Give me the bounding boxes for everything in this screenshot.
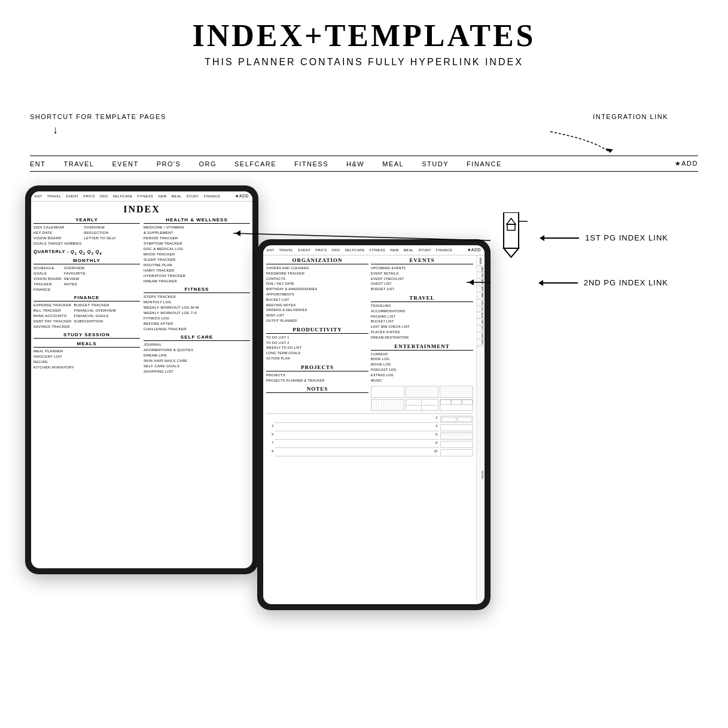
- thumb-4: [371, 399, 404, 411]
- subtitle: THIS PLANNER CONTAINS FULLY HYPERLINK IN…: [0, 57, 728, 68]
- fitness-section: FITNESS STEPS TRACKER MONTHLY LOG WEEKLY…: [144, 287, 250, 332]
- quarterly-section: QUARTERLY - Q1 Q2 Q3 Q4: [33, 249, 140, 255]
- svg-marker-5: [605, 148, 613, 153]
- thumb-5: [406, 399, 439, 411]
- shortcut-label: SHORTCUT FOR TEMPLATE PAGES ↓: [30, 111, 166, 136]
- notes-section-header: NOTES: [266, 386, 368, 393]
- arrow-down-icon: ↓: [53, 124, 166, 136]
- productivity-section: PRODUCTIVITY TO DO LIST 1 TO DO LIST 2 W…: [266, 327, 368, 361]
- thumb-2: [406, 386, 439, 398]
- finance-section: FINANCE EXPENSE TRACKER BILL TRACKER BAN…: [33, 295, 140, 330]
- index-link-1: 1ST PG INDEX LINK: [543, 233, 668, 242]
- integration-label: INTEGRATION LINK: [593, 111, 668, 121]
- nav-finance[interactable]: FINANCE: [467, 160, 502, 167]
- study-section: STUDY SESSION: [33, 332, 140, 339]
- nav-hw[interactable]: H&W: [346, 160, 364, 167]
- svg-rect-3: [507, 224, 515, 230]
- nav-travel[interactable]: TRAVEL: [64, 160, 95, 167]
- nav-ent[interactable]: ENT: [30, 160, 46, 167]
- nav-selfcare[interactable]: SELFCARE: [234, 160, 276, 167]
- selfcare-section: SELF CARE JOURNAL AFFIRMATIONS & QUOTES …: [144, 334, 250, 374]
- notes-rows: 2 3 4 5 6 7 8 9: [266, 413, 473, 456]
- tablet-right: ENT TRAVEL EVENT PRO'S ORG SELFCARE FITN…: [257, 239, 491, 610]
- nav-org[interactable]: ORG: [199, 160, 217, 167]
- org-section: ORGANIZATION CHORES AND CLEANING PASSWOR…: [266, 257, 368, 324]
- tablet-right-screen: ENT TRAVEL EVENT PRO'S ORG SELFCARE FITN…: [263, 245, 485, 604]
- entertainment-section: ENTERTAINMENT CURRENT BOOK LOG MOVIE LOG…: [371, 343, 473, 383]
- nav-bar: ENT TRAVEL EVENT PRO'S ORG SELFCARE FITN…: [30, 156, 698, 172]
- index-link-2: 2ND PG INDEX LINK: [542, 278, 668, 287]
- nav-pros[interactable]: PRO'S: [157, 160, 181, 167]
- thumb-3: [440, 386, 473, 398]
- right-sidebar: 2025 JAN FEB MAR APR MAY JUN JUL AUG SEP…: [476, 255, 485, 604]
- main-title: INDEX+TEMPLATES: [0, 18, 728, 53]
- health-section: HEALTH & WELLNESS MEDICINE / VITAMINS & …: [144, 217, 250, 284]
- index-title: INDEX: [31, 204, 252, 215]
- header: INDEX+TEMPLATES THIS PLANNER CONTAINS FU…: [0, 0, 728, 68]
- tablet-right-nav: ENT TRAVEL EVENT PRO'S ORG SELFCARE FITN…: [263, 245, 485, 255]
- yearly-section: YEARLY 2025 CALENDAR KEY DATE VISION BOA…: [33, 217, 140, 246]
- thumb-6: [440, 399, 473, 411]
- house-icon: [495, 212, 528, 263]
- nav-study[interactable]: STUDY: [422, 160, 449, 167]
- projects-section: PROJECTS PROJECTS PROJECTS PLANNER & TRA…: [266, 364, 368, 383]
- nav-event[interactable]: EVENT: [112, 160, 138, 167]
- meals-section: MEALS MEAL PLANNER GROCERY LIST RECIPE K…: [33, 341, 140, 370]
- travel-section: TRAVEL TRAVELING ACCOMMODATIONS PACKING …: [371, 295, 473, 340]
- events-section: EVENTS UPCOMING EVENTS EVENT DETAILS EVE…: [371, 257, 473, 292]
- tablet-left-nav: ENT TRAVEL EVENT PRO'S ORG SELFCARE FITN…: [31, 191, 252, 202]
- tablet-left: ENT TRAVEL EVENT PRO'S ORG SELFCARE FITN…: [25, 185, 258, 574]
- nav-meal[interactable]: MEAL: [382, 160, 404, 167]
- nav-add[interactable]: ★ADD: [675, 160, 698, 167]
- monthly-section: MONTHLY SCHEDULE GOALS VISION BOARD TRAC…: [33, 258, 140, 293]
- right-main-content: ORGANIZATION CHORES AND CLEANING PASSWOR…: [263, 255, 476, 604]
- thumbnail-grid: [371, 386, 473, 411]
- thumb-1: [371, 386, 404, 398]
- nav-fitness[interactable]: FITNESS: [294, 160, 328, 167]
- svg-marker-1: [504, 248, 519, 257]
- tablet-left-screen: ENT TRAVEL EVENT PRO'S ORG SELFCARE FITN…: [31, 191, 252, 568]
- svg-marker-2: [507, 218, 516, 224]
